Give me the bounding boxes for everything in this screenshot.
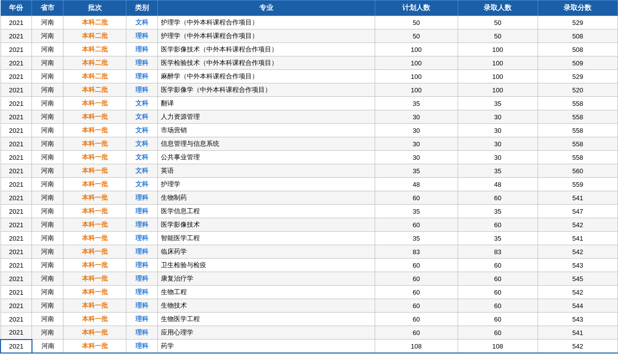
table-cell: 医学影像学（中外本科课程合作项目） — [158, 83, 375, 97]
table-cell: 2021 — [0, 164, 32, 178]
table-cell: 本科一批 — [63, 191, 126, 205]
table-cell: 理科 — [126, 83, 158, 97]
table-cell: 60 — [375, 218, 458, 232]
table-row: 2021河南本科一批理科应用心理学6060541 — [0, 326, 618, 340]
table-row: 2021河南本科一批理科卫生检验与检疫6060543 — [0, 259, 618, 272]
table-cell: 2021 — [0, 178, 32, 191]
table-cell: 108 — [375, 340, 458, 354]
table-cell: 医学检验技术（中外本科课程合作项目） — [158, 56, 375, 70]
table-row: 2021河南本科一批文科市场营销3030558 — [0, 124, 618, 137]
table-cell: 60 — [375, 299, 458, 313]
table-cell: 2021 — [0, 16, 32, 29]
table-cell: 药学 — [158, 340, 375, 354]
table-row: 2021河南本科一批理科生物技术6060544 — [0, 299, 618, 313]
table-cell: 30 — [458, 124, 538, 137]
table-cell: 文科 — [126, 16, 158, 29]
table-cell: 生物工程 — [158, 286, 375, 299]
table-cell: 559 — [538, 178, 618, 191]
table-row: 2021河南本科一批文科护理学4848559 — [0, 178, 618, 191]
table-cell: 河南 — [32, 164, 63, 178]
table-cell: 河南 — [32, 286, 63, 299]
table-row: 2021河南本科一批文科英语3535560 — [0, 164, 618, 178]
table-cell: 50 — [375, 29, 458, 43]
table-cell: 护理学（中外本科课程合作项目） — [158, 16, 375, 29]
table-cell: 卫生检验与检疫 — [158, 259, 375, 272]
table-cell: 108 — [458, 340, 538, 354]
table-row: 2021河南本科一批理科医学影像技术6060542 — [0, 218, 618, 232]
table-cell: 60 — [375, 272, 458, 286]
header-col-0: 年份 — [0, 0, 32, 16]
table-cell: 应用心理学 — [158, 326, 375, 340]
table-cell: 508 — [538, 29, 618, 43]
table-cell: 35 — [375, 232, 458, 245]
table-cell: 60 — [375, 326, 458, 340]
table-cell: 60 — [458, 286, 538, 299]
table-cell: 30 — [375, 137, 458, 151]
table-cell: 100 — [458, 43, 538, 56]
table-cell: 理科 — [126, 299, 158, 313]
table-row: 2021河南本科二批理科医学影像学（中外本科课程合作项目）100100520 — [0, 83, 618, 97]
table-cell: 543 — [538, 313, 618, 326]
table-row: 2021河南本科二批理科医学影像技术（中外本科课程合作项目）100100508 — [0, 43, 618, 56]
table-cell: 2021 — [0, 97, 32, 110]
table-cell: 翻译 — [158, 97, 375, 110]
table-cell: 35 — [375, 164, 458, 178]
table-cell: 30 — [375, 110, 458, 124]
table-cell: 35 — [375, 205, 458, 218]
table-cell: 河南 — [32, 124, 63, 137]
table-cell: 本科二批 — [63, 43, 126, 56]
table-cell: 529 — [538, 16, 618, 29]
table-cell: 2021 — [0, 259, 32, 272]
table-cell: 558 — [538, 97, 618, 110]
table-cell: 河南 — [32, 259, 63, 272]
table-cell: 2021 — [0, 43, 32, 56]
table-row: 2021河南本科二批理科医学检验技术（中外本科课程合作项目）100100509 — [0, 56, 618, 70]
table-cell: 本科一批 — [63, 326, 126, 340]
table-cell: 河南 — [32, 151, 63, 164]
table-cell: 542 — [538, 218, 618, 232]
table-cell: 100 — [458, 70, 538, 83]
header-col-6: 录取人数 — [458, 0, 538, 16]
table-cell: 60 — [458, 313, 538, 326]
table-cell: 30 — [458, 110, 538, 124]
table-cell: 智能医学工程 — [158, 232, 375, 245]
table-cell: 542 — [538, 245, 618, 259]
table-cell: 60 — [375, 259, 458, 272]
table-row: 2021河南本科二批理科护理学（中外本科课程合作项目）5050508 — [0, 29, 618, 43]
table-row: 2021河南本科一批文科翻译3535558 — [0, 97, 618, 110]
table-cell: 理科 — [126, 191, 158, 205]
table-cell: 100 — [375, 83, 458, 97]
table-cell: 河南 — [32, 137, 63, 151]
table-cell: 本科一批 — [63, 97, 126, 110]
table-cell: 市场营销 — [158, 124, 375, 137]
table-cell: 30 — [375, 151, 458, 164]
table-cell: 文科 — [126, 137, 158, 151]
table-cell: 本科一批 — [63, 205, 126, 218]
table-cell: 河南 — [32, 299, 63, 313]
table-cell: 河南 — [32, 272, 63, 286]
table-cell: 理科 — [126, 245, 158, 259]
table-cell: 2021 — [0, 29, 32, 43]
header-col-3: 类别 — [126, 0, 158, 16]
table-row: 2021河南本科一批理科医学信息工程3535547 — [0, 205, 618, 218]
header-col-5: 计划人数 — [375, 0, 458, 16]
table-header-row: 年份省市批次类别专业计划人数录取人数录取分数 — [0, 0, 618, 16]
table-cell: 541 — [538, 191, 618, 205]
table-cell: 理科 — [126, 232, 158, 245]
table-cell: 60 — [458, 218, 538, 232]
table-cell: 558 — [538, 110, 618, 124]
table-cell: 529 — [538, 70, 618, 83]
table-cell: 医学影像技术 — [158, 218, 375, 232]
table-cell: 信息管理与信息系统 — [158, 137, 375, 151]
table-cell: 2021 — [0, 124, 32, 137]
table-cell: 60 — [458, 272, 538, 286]
table-cell: 60 — [375, 313, 458, 326]
table-cell: 文科 — [126, 97, 158, 110]
table-cell: 2021 — [0, 245, 32, 259]
table-cell: 35 — [458, 232, 538, 245]
table-cell: 35 — [458, 205, 538, 218]
table-cell: 理科 — [126, 326, 158, 340]
table-cell: 医学影像技术（中外本科课程合作项目） — [158, 43, 375, 56]
table-cell: 河南 — [32, 340, 63, 354]
table-cell: 100 — [375, 70, 458, 83]
